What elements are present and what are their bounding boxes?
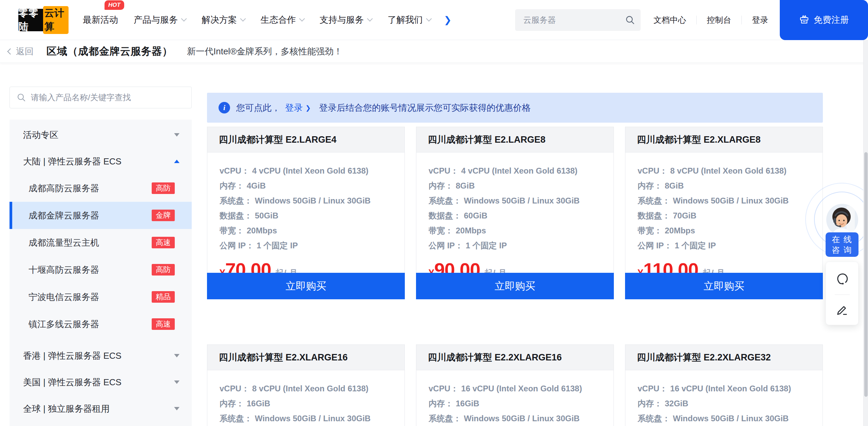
spec-line: 系统盘：Windows 50GiB / Linux 30GiB [429,411,601,426]
sidebar-item-label: 活动专区 [23,129,174,141]
product-card-3: 四川成都计算型 E2.XLARGE8vCPU：8 vCPU (Intel Xeo… [625,127,823,299]
page-title: 区域（成都金牌云服务器） [46,45,173,58]
scrollbar-track[interactable] [863,40,868,426]
chevron-down-icon [181,16,187,21]
spec-line: vCPU：8 vCPU (Intel Xeon Gold 6138) [638,163,810,178]
sidebar-item-2[interactable]: 大陆 | 弹性云服务器 ECS [10,148,192,175]
sidebar-item-10[interactable]: 美国 | 弹性云服务器 ECS [10,369,192,395]
sidebar-item-4[interactable]: 成都金牌云服务器金牌 [10,202,192,229]
spec-line: 内存：16GiB [220,396,392,411]
customer-service-headset-icon[interactable] [834,271,850,287]
spec-label: 系统盘： [220,196,252,205]
search-icon[interactable] [625,15,635,25]
banner-text-suffix: 登录后结合您的账号情况展示您可实际获得的优惠价格 [319,102,531,114]
category-badge: 高防 [152,264,175,276]
spec-value: 16GiB [456,399,479,408]
spec-label: 系统盘： [638,196,670,205]
triangle-down-icon [174,133,180,137]
nav-item-1[interactable]: 最新活动HOT [83,14,118,26]
spec-line: 公网 IP：1 个固定 IP [429,238,601,253]
nav-item-2[interactable]: 产品与服务 [134,14,186,26]
sidebar-item-1[interactable]: 活动专区 [10,122,192,148]
spec-value: 4 vCPU (Intel Xeon Gold 6138) [461,166,578,175]
triangle-down-icon [174,354,180,357]
spec-value: 8 vCPU (Intel Xeon Gold 6138) [252,384,369,393]
buy-now-button[interactable]: 立即购买 [207,273,405,299]
spec-label: 内存： [220,181,244,190]
spec-line: 系统盘：Windows 50GiB / Linux 30GiB [220,193,392,208]
sidebar-item-9[interactable]: 香港 | 弹性云服务器 ECS [10,342,192,369]
sidebar-search-input[interactable] [31,93,186,102]
banner-text-prefix: 您可点此， [236,102,280,114]
spec-value: 1 个固定 IP [466,241,507,250]
spec-label: 内存： [220,399,244,408]
product-card-title: 四川成都计算型 E2.LARGE8 [416,127,614,153]
header-link-3[interactable]: 登录 [752,15,768,25]
buy-now-button[interactable]: 立即购买 [625,273,823,299]
header-link-2[interactable]: 控制台 [707,15,731,25]
sidebar-item-11[interactable]: 全球 | 独立服务器租用 [10,395,192,422]
sidebar-item-7[interactable]: 宁波电信云服务器精品 [10,283,192,310]
header-link-1[interactable]: 文档中心 [654,15,686,25]
spec-label: vCPU： [220,384,249,393]
consult-label-line1: 在 线 [832,234,852,245]
nav-item-label: 最新活动 [83,14,118,26]
header-links: 文档中心控制台登录 [654,15,768,25]
nav-item-4[interactable]: 生态合作 [261,14,304,26]
spec-label: vCPU： [638,384,667,393]
spec-line: vCPU：16 vCPU (Intel Xeon Gold 6138) [638,381,810,396]
back-link[interactable]: 返回 [8,46,34,57]
nav-item-3[interactable]: 解决方案 [202,14,245,26]
login-link-label: 登录 [285,102,303,114]
sidebar-item-label: 十堰高防云服务器 [29,264,152,276]
spec-line: vCPU：4 vCPU (Intel Xeon Gold 6138) [220,163,392,178]
nav-item-label: 支持与服务 [320,14,364,26]
site-logo[interactable]: 零零陆 云计算 [18,9,69,31]
spec-value: 8GiB [665,181,684,190]
feedback-pen-icon[interactable] [835,302,849,317]
spec-value: 8 vCPU (Intel Xeon Gold 6138) [670,166,787,175]
nav-item-label: 解决方案 [202,14,237,26]
triangle-down-icon [174,407,180,410]
spec-label: 系统盘： [429,196,461,205]
nav-scroll-arrow[interactable]: ❯ [444,15,452,25]
sidebar-item-6[interactable]: 十堰高防云服务器高防 [10,256,192,283]
spec-label: vCPU： [220,166,249,175]
chevron-down-icon [426,16,432,21]
nav-item-6[interactable]: 了解我们 [388,14,431,26]
page-title-bar: 返回 区域（成都金牌云服务器） 新一代Intel®金牌系列，多核性能强劲！ [0,40,868,63]
login-link[interactable]: 登录 ❯ [285,102,311,114]
sidebar-item-3[interactable]: 成都高防云服务器高防 [10,175,192,202]
product-card-2: 四川成都计算型 E2.LARGE8vCPU：4 vCPU (Intel Xeon… [416,127,614,299]
support-agent-avatar[interactable] [826,204,858,236]
category-badge: 高防 [152,182,175,194]
sidebar-search-box[interactable] [10,87,192,108]
sidebar-item-8[interactable]: 镇江多线云服务器高速 [10,310,192,338]
register-button[interactable]: 免费注册 [780,0,868,40]
divider [696,16,697,24]
spec-value: Windows 50GiB / Linux 30GiB [673,196,789,205]
header-search-input[interactable] [523,15,625,25]
spec-label: 内存： [429,399,453,408]
spec-label: 内存： [638,181,662,190]
sidebar-item-5[interactable]: 成都流量型云主机高速 [10,229,192,256]
buy-now-button[interactable]: 立即购买 [416,273,614,299]
scrollbar-thumb[interactable] [864,152,868,397]
nav-item-5[interactable]: 支持与服务 [320,14,372,26]
online-consult-button[interactable]: 在 线 咨 询 [826,232,858,257]
spec-value: 70GiB [673,211,696,220]
product-card-title: 四川成都计算型 E2.2XLARGE32 [625,345,823,370]
search-icon [17,93,26,102]
sidebar-item-label: 成都高防云服务器 [29,182,152,194]
sidebar-item-label: 镇江多线云服务器 [29,318,152,330]
chevron-down-icon [240,16,246,21]
header-search-box[interactable] [515,9,641,31]
product-card-title: 四川成都计算型 E2.LARGE4 [207,127,404,153]
spec-value: Windows 50GiB / Linux 30GiB [464,196,580,205]
spec-line: 带宽：20Mbps [220,223,392,238]
spec-label: 带宽： [220,226,244,235]
product-sidebar: 活动专区大陆 | 弹性云服务器 ECS成都高防云服务器高防成都金牌云服务器金牌成… [10,63,192,426]
spec-label: 系统盘： [429,414,461,423]
spec-line: vCPU：16 vCPU (Intel Xeon Gold 6138) [429,381,601,396]
support-float-widget: 在 线 咨 询 [826,204,858,325]
